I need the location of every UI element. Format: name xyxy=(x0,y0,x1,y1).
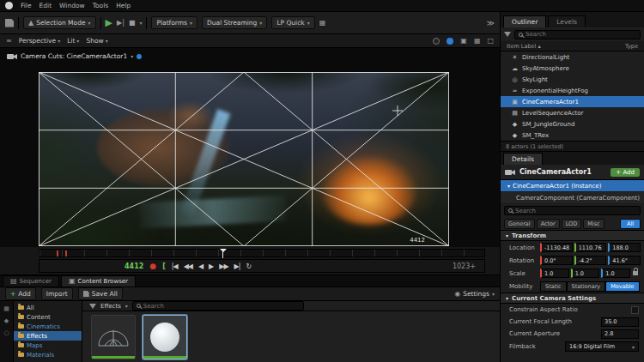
play-options-chevron-icon[interactable]: ▾ xyxy=(139,20,142,26)
record-button[interactable]: ● xyxy=(149,262,156,270)
outliner-row-selected[interactable]: ▣ CineCameraActor1 xyxy=(501,96,644,107)
loop-button[interactable]: ↻ xyxy=(246,262,251,270)
playhead[interactable] xyxy=(222,250,223,258)
outliner-row[interactable]: ◆ SM_JungleGround xyxy=(501,118,644,130)
selection-mode-dropdown[interactable]: ▲ Selection Mode ▾ xyxy=(23,16,96,29)
filter-lod[interactable]: LOD xyxy=(562,219,582,229)
outliner-column-header[interactable]: Item Label ▴ Type xyxy=(501,41,644,51)
folder-item[interactable]: Maps xyxy=(14,341,82,350)
scale-y-field[interactable]: 1.0 xyxy=(571,268,600,278)
component-row-root[interactable]: ▾ CineCameraActor1 (Instance) xyxy=(501,180,644,192)
menu-file[interactable]: File xyxy=(21,2,32,9)
expand-toolbar-icon[interactable]: ≫ xyxy=(487,19,495,27)
grid-settings-icon[interactable]: ▦ xyxy=(319,19,326,27)
aperture-field[interactable]: 2.8 xyxy=(601,329,639,339)
viewport-options-icon[interactable]: ≡ xyxy=(6,37,12,45)
tab-details[interactable]: Details xyxy=(503,153,543,165)
folder-item-selected[interactable]: Effects xyxy=(14,331,82,341)
collections-rail-icon[interactable]: ◆ xyxy=(4,317,9,324)
outliner-row[interactable]: ▤ LevelSequenceActor xyxy=(501,107,644,118)
import-button[interactable]: Import xyxy=(41,287,73,300)
view-mode-dropdown[interactable]: Lit▾ xyxy=(67,37,79,45)
menu-tools[interactable]: Tools xyxy=(93,2,108,9)
menu-edit[interactable]: Edit xyxy=(39,2,52,9)
asset-search[interactable] xyxy=(132,301,304,311)
transform-section-header[interactable]: ▾ Transform xyxy=(501,230,644,241)
details-search-input[interactable] xyxy=(515,208,636,214)
camera-cuts-indicator[interactable]: Camera Cuts: CineCameraActor1 ▾ xyxy=(7,52,142,60)
folder-item[interactable]: Materials xyxy=(14,350,82,359)
filmback-dropdown[interactable]: 16:9 Digital Film ▾ xyxy=(565,341,639,352)
timeline-marker[interactable] xyxy=(57,250,58,256)
asset-search-input[interactable] xyxy=(143,303,300,310)
mobility-static[interactable]: Static xyxy=(540,281,567,292)
tab-content-browser[interactable]: ▣ Content Browser xyxy=(61,275,136,287)
outliner-search-input[interactable] xyxy=(526,31,636,38)
to-front-button[interactable]: |◀ xyxy=(172,262,178,270)
perspective-dropdown[interactable]: Perspective▾ xyxy=(19,37,60,45)
prev-frame-button[interactable]: ◀◀ xyxy=(184,262,192,270)
location-z-field[interactable]: 188.0 xyxy=(608,243,641,252)
filter-general[interactable]: General xyxy=(504,219,535,229)
location-y-field[interactable]: 1110.76 xyxy=(574,243,607,252)
constrain-aspect-checkbox[interactable] xyxy=(631,306,639,314)
set-playback-start-icon[interactable]: [ xyxy=(162,262,166,270)
folder-item[interactable]: All xyxy=(14,303,82,312)
maximize-viewport-icon[interactable]: □ xyxy=(487,37,494,45)
outliner-row[interactable]: ◎ SkyLight xyxy=(501,74,644,85)
frame-skip-icon[interactable]: ▶| xyxy=(117,19,125,27)
tab-outliner[interactable]: Outliner xyxy=(503,15,546,27)
rotation-x-field[interactable]: 0.0° xyxy=(540,256,573,265)
game-view-toggle-icon[interactable] xyxy=(433,38,440,45)
outliner-row[interactable]: ≈ ExponentialHeightFog xyxy=(501,85,644,96)
settings-gear-icon[interactable]: ◉ xyxy=(454,290,460,298)
focal-length-field[interactable]: 35.0 xyxy=(601,317,639,327)
scale-x-field[interactable]: 1.0 xyxy=(540,268,569,278)
save-icon[interactable] xyxy=(5,19,14,27)
tab-sequencer[interactable]: ▤ Sequencer xyxy=(3,275,59,287)
asset-tile-dome[interactable] xyxy=(91,315,136,359)
folder-item[interactable]: Content xyxy=(14,312,82,322)
rotation-y-field[interactable]: -4.2° xyxy=(574,256,607,265)
outliner-row[interactable]: ☁ SkyAtmosphere xyxy=(501,63,644,74)
stop-icon[interactable]: ■ xyxy=(129,19,136,27)
filters-rail-icon[interactable]: ○ xyxy=(3,329,9,336)
outliner-row[interactable]: ◆ SM_TRex xyxy=(501,130,644,141)
tab-levels[interactable]: Levels xyxy=(548,15,586,27)
camera-settings-section-header[interactable]: ▾ Current Camera Settings xyxy=(501,293,644,304)
asset-tile-sphere-selected[interactable] xyxy=(143,315,187,359)
show-flags-dropdown[interactable]: Show▾ xyxy=(86,37,107,45)
favorites-rail-icon[interactable]: ▦ xyxy=(3,305,9,312)
outliner-row[interactable]: ☀ DirectionalLight xyxy=(501,51,644,63)
filter-icon[interactable] xyxy=(504,32,511,37)
details-search[interactable] xyxy=(504,206,641,215)
breadcrumb[interactable]: Effects xyxy=(100,303,121,310)
next-frame-button[interactable]: ▶▶ xyxy=(219,262,228,270)
viewport-scene[interactable]: 4412 xyxy=(39,72,449,246)
menu-window[interactable]: Window xyxy=(59,2,85,9)
folder-item[interactable]: Cinematics xyxy=(14,322,82,331)
outliner-search[interactable] xyxy=(514,30,641,39)
lock-scale-icon[interactable] xyxy=(633,271,638,275)
to-end-button[interactable]: ▶| xyxy=(234,262,240,270)
play-in-editor-button[interactable]: ▶ xyxy=(106,19,112,27)
play-reverse-button[interactable]: ◀ xyxy=(198,262,203,270)
filter-misc[interactable]: Misc xyxy=(583,219,604,229)
filter-icon[interactable] xyxy=(89,304,96,309)
sequencer-timeline[interactable] xyxy=(39,249,485,257)
rotation-z-field[interactable]: 41.6° xyxy=(608,256,641,265)
settings-label[interactable]: Settings xyxy=(463,290,489,298)
viewport-layout-icon[interactable]: ▦ xyxy=(474,37,481,45)
timeline-marker[interactable] xyxy=(65,250,67,256)
camera-speed-icon[interactable]: ▣ xyxy=(460,37,467,45)
menu-help[interactable]: Help xyxy=(116,2,131,9)
save-all-button[interactable]: Save All xyxy=(78,287,123,300)
mobility-movable[interactable]: Movable xyxy=(605,281,639,292)
lp-quick-dropdown[interactable]: LP Quick ▾ xyxy=(271,16,314,29)
add-component-button[interactable]: + Add xyxy=(611,168,640,177)
mobility-stationary[interactable]: Stationary xyxy=(567,281,606,292)
dual-streaming-dropdown[interactable]: Dual Streaming ▾ xyxy=(202,16,267,29)
component-row-camera[interactable]: CameraComponent (CameraComponent) xyxy=(501,192,644,204)
scale-z-field[interactable]: 1.0 xyxy=(601,268,630,278)
play-button[interactable]: ▶ xyxy=(209,262,213,270)
